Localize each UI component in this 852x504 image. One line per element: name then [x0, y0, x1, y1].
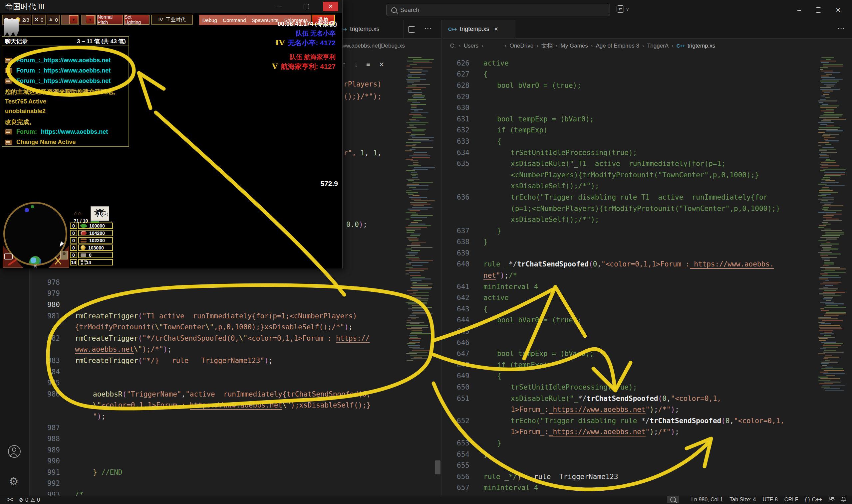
search-input[interactable]: Search	[386, 4, 610, 16]
code-fragment: ();}/*");	[344, 92, 382, 101]
game-title: 帝国时代 III	[0, 0, 342, 13]
code-row: xsDisableSelf();/*");	[443, 181, 816, 192]
maximize-button[interactable]	[816, 7, 821, 13]
code-row: ");	[29, 411, 404, 422]
breadcrumb-item[interactable]: C:	[450, 42, 456, 49]
language-mode[interactable]: { }C++	[802, 496, 825, 503]
pop-icon	[81, 259, 83, 262]
code-row: www.aoebbs.net\");/*");	[29, 344, 404, 355]
chat-bubble-icon	[5, 140, 12, 145]
code-row: 645	[443, 326, 816, 337]
code-row: 990	[29, 456, 404, 467]
breadcrumb-item[interactable]: Users	[464, 42, 479, 49]
debug-menu-item[interactable]: Debug	[203, 17, 217, 23]
game-minimize-button[interactable]: –	[277, 3, 281, 10]
left-scrollbar[interactable]	[435, 461, 440, 474]
dropdown-icon[interactable]: ▼	[69, 15, 78, 24]
breadcrumb-item[interactable]: My Games	[561, 42, 588, 49]
code-row: (p=1;<cNumberPlayers){trModifyProtounit(…	[443, 203, 816, 214]
breadcrumb-item[interactable]: TriggerA	[647, 42, 669, 49]
age-numeral: V	[272, 61, 278, 71]
right-editor[interactable]: 626active627{628bool bVar0 = (true);6296…	[443, 57, 816, 493]
problems-indicator[interactable]: ⊘0 ⚠0	[16, 496, 44, 504]
code-row: 633{	[443, 136, 816, 147]
code-row: 657minInterval 4	[443, 482, 816, 494]
chat-bubble-icon[interactable]	[4, 253, 13, 259]
find-in-selection-icon[interactable]: ≡	[366, 60, 370, 69]
team-name: 队伍 无名小卒	[233, 29, 336, 38]
code-row: <cNumberPlayers){trModifyProtounit("Town…	[443, 169, 816, 181]
tab-close-icon[interactable]: ✕	[494, 26, 498, 32]
right-tabbar: C++ trigtemp.xs ✕ ⋯	[443, 20, 852, 39]
close-button[interactable]: ✕	[836, 6, 841, 14]
small-close-icon[interactable]: ✕	[33, 263, 38, 269]
eol[interactable]: CRLF	[781, 496, 802, 503]
accounts-status-icon[interactable]	[825, 496, 838, 502]
code-row: 982rmCreateTrigger("*/trChatSendSpoofed(…	[29, 333, 404, 344]
code-row: 1>Forum_:_https://www.aoebbs.net");/*");	[443, 404, 816, 415]
breadcrumb-item[interactable]: 文档	[541, 42, 553, 50]
code-row: {trModifyProtounit(\"TownCenter\",p,0,10…	[29, 321, 404, 333]
normal-pitch-button[interactable]: Normal Pitch	[97, 15, 123, 24]
code-row: 629	[443, 91, 816, 103]
remote-icon: ><	[7, 497, 12, 503]
breadcrumb-file[interactable]: trigtemp.xs	[688, 42, 715, 49]
find-next-icon[interactable]: ↓	[354, 60, 358, 69]
age-numeral: IV	[275, 38, 285, 47]
cpp-file-icon: C++	[677, 43, 685, 49]
error-icon: ⊘	[19, 497, 23, 503]
breadcrumb-separator-icon: ›	[536, 42, 538, 49]
right-minimap[interactable]	[816, 57, 846, 495]
split-editor-icon[interactable]	[408, 26, 415, 33]
dropdown-icon[interactable]: ▼	[86, 15, 94, 24]
code-row: 644bool bVar0 = (true);	[443, 315, 816, 326]
bell-icon[interactable]	[838, 496, 849, 502]
find-prev-icon[interactable]: ↑	[342, 60, 346, 69]
remote-indicator[interactable]: ><	[4, 496, 16, 503]
zoom-indicator[interactable]	[667, 496, 679, 503]
game-close-button[interactable]: ✕	[323, 2, 338, 11]
code-row: \"<color=0,1,1>Forum : https://www.aoebb…	[29, 400, 404, 411]
right-breadcrumb[interactable]: C:›Users››OneDrive›文档›My Games›Age of Em…	[450, 38, 846, 53]
chat-message: Change Name Active	[5, 139, 75, 146]
copilot-icon[interactable]: ⇄ ∨	[616, 5, 629, 13]
left-minimap[interactable]	[404, 57, 435, 495]
code-row: 651xsDisableRule("_*/trChatSendSpoofed(0…	[443, 393, 816, 404]
accounts-icon[interactable]	[8, 445, 21, 458]
breadcrumb-item[interactable]: OneDrive	[509, 42, 533, 49]
stat-units: ♟ 0	[47, 15, 60, 24]
chat-log-panel: 聊天记录 3 ~ 11 笔 (共 43 笔) Forum_:_https://w…	[2, 36, 129, 147]
code-row: 632if (tempExp)	[443, 125, 816, 136]
set-lighting-button[interactable]: Set Lighting	[124, 15, 150, 24]
editor-splitter[interactable]	[441, 20, 442, 496]
warning-icon: ⚠	[30, 497, 35, 503]
code-row: 646	[443, 337, 816, 348]
tab-trigtemp-right[interactable]: C++ trigtemp.xs ✕	[443, 20, 516, 38]
chat-bubble-icon	[5, 68, 12, 73]
encoding[interactable]: UTF-8	[760, 496, 781, 503]
code-row: 639	[443, 248, 816, 259]
code-row: 1>Forum_:_https://www.aoebbs.net");/*");	[443, 427, 816, 438]
breadcrumb-item[interactable]: Age of Empires 3	[596, 42, 639, 49]
hero-portrait[interactable]	[60, 251, 68, 259]
code-row: 988	[29, 433, 404, 445]
minimize-button[interactable]: –	[797, 6, 801, 14]
find-close-icon[interactable]: ✕	[379, 60, 385, 69]
cursor-position[interactable]: Ln 980, Col 1	[688, 496, 726, 503]
code-row: 649{	[443, 371, 816, 382]
game-timer: 00:06:41.174 (专家级)	[230, 20, 337, 28]
toolbar-dropdown-1[interactable]: ▼	[61, 15, 79, 24]
swords-icon: ✕	[35, 17, 39, 23]
tab-trigtemp-left[interactable]: C++ trigtemp.xs	[333, 20, 403, 38]
chat-message: Test765 Active	[5, 98, 46, 105]
chat-bubble-icon	[5, 78, 12, 84]
resource-row: 0103000	[70, 245, 113, 251]
left-editor[interactable]: 978979980981rmCreateTrigger("T1 active r…	[29, 277, 404, 500]
more-actions-icon[interactable]: ⋯	[837, 24, 845, 33]
game-maximize-button[interactable]	[303, 4, 309, 9]
code-row: 650trSetUnitIdleProcessing(true);	[443, 382, 816, 393]
settings-gear-icon[interactable]: ⚙	[9, 475, 19, 488]
tab-size[interactable]: Tab Size: 4	[726, 496, 759, 503]
more-actions-icon[interactable]: ⋯	[424, 24, 432, 33]
toolbar-dropdown-2[interactable]: ▼	[81, 15, 96, 24]
